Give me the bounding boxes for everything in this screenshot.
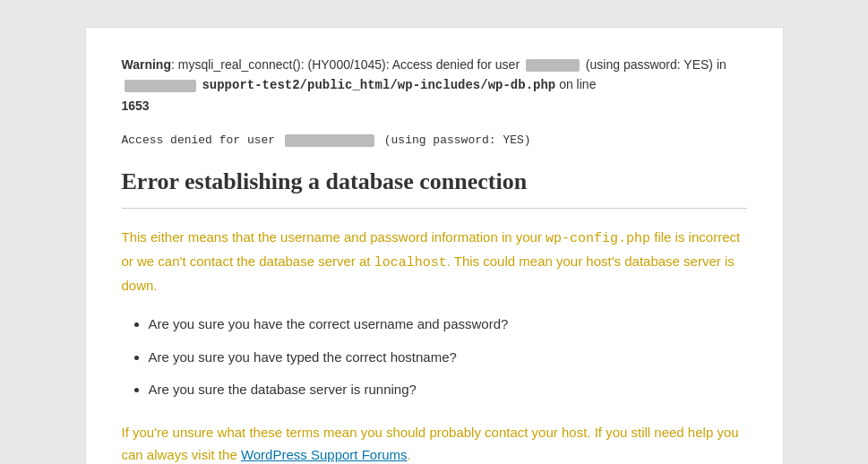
warning-on-line-label: on line bbox=[559, 77, 596, 91]
description-paragraph: This either means that the username and … bbox=[122, 227, 747, 296]
path-redacted bbox=[125, 80, 196, 92]
footer-text2: . bbox=[408, 447, 411, 462]
list-item: Are you sure you have the correct userna… bbox=[149, 314, 747, 335]
footer-paragraph: If you're unsure what these terms mean y… bbox=[122, 422, 747, 464]
using-password-text: (using password: YES) bbox=[384, 133, 531, 147]
desc-code2: localhost bbox=[374, 255, 447, 271]
warning-message-before: : mysqli_real_connect(): (HY000/1045): A… bbox=[171, 57, 520, 72]
wordpress-support-link[interactable]: WordPress Support Forums bbox=[241, 447, 408, 462]
bullet-list: Are you sure you have the correct userna… bbox=[149, 314, 747, 400]
user-redacted bbox=[526, 59, 580, 72]
user-redacted-mono bbox=[285, 134, 374, 147]
access-denied-line: Access denied for user (using password: … bbox=[122, 133, 747, 147]
warning-label: Warning bbox=[122, 57, 171, 72]
main-container: Warning: mysqli_real_connect(): (HY000/1… bbox=[85, 27, 784, 464]
warning-line-number: 1653 bbox=[122, 99, 150, 113]
list-item: Are you sure you have typed the correct … bbox=[149, 348, 747, 368]
desc-code1: wp-config.php bbox=[546, 231, 650, 246]
access-denied-text: Access denied for user bbox=[122, 133, 276, 147]
warning-block: Warning: mysqli_real_connect(): (HY000/1… bbox=[122, 55, 747, 116]
warning-path: support-test2/public_html/wp-includes/wp… bbox=[202, 78, 555, 92]
divider bbox=[122, 208, 747, 209]
desc-text1: This either means that the username and … bbox=[122, 229, 546, 245]
error-heading: Error establishing a database connection bbox=[122, 168, 747, 195]
warning-using-password: (using password: YES) in bbox=[586, 57, 726, 72]
footer-text1: If you're unsure what these terms mean y… bbox=[122, 425, 739, 462]
list-item: Are you sure the database server is runn… bbox=[149, 380, 747, 400]
